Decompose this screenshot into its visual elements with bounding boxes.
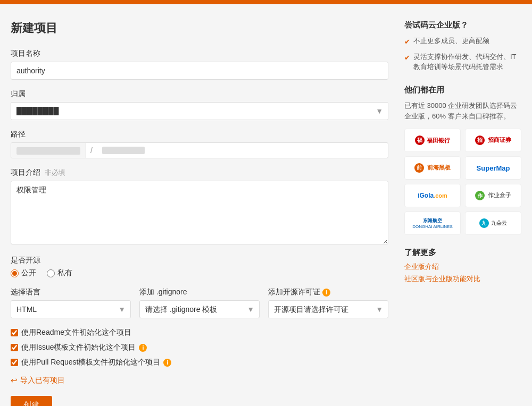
path-group: 路径 / <box>11 130 388 158</box>
affiliation-group: 归属 ████████ ▼ <box>11 89 388 120</box>
logo-zuoye-inner: 作 作业盒子 <box>475 191 511 200</box>
checkbox3-text: 使用Pull Request模板文件初始化这个项目 <box>21 358 160 367</box>
logo-donghai: 东海航空 DONGHAI AIRLINES <box>404 212 461 235</box>
logo-fudian-inner: 福 福田银行 <box>415 136 450 145</box>
logo-supermap-inner: SuperMap <box>477 164 510 172</box>
jiuyi-circle-icon: 九 <box>479 218 489 228</box>
main-content: 新建项目 项目名称 归属 ████████ ▼ 路径 / <box>11 20 388 406</box>
checkbox-group: 使用Readme文件初始化这个项目 使用Issue模板文件初始化这个项目 i 使… <box>11 328 388 367</box>
checkbox2-label[interactable]: 使用Issue模板文件初始化这个项目 i <box>11 343 388 352</box>
checkbox2-info-icon[interactable]: i <box>139 344 147 352</box>
project-name-label: 项目名称 <box>11 49 388 58</box>
license-label-row: 添加开源许可证 i <box>268 287 388 297</box>
language-label-row: 选择语言 <box>11 287 131 297</box>
radio-public-text: 公开 <box>21 268 36 278</box>
feature2-text: 灵活支撑协作研发、代码交付、IT 教育培训等场景代码托管需求 <box>413 52 521 72</box>
path-prefix-blur <box>16 147 80 155</box>
create-button[interactable]: 创建 <box>11 396 52 406</box>
logo-donghai-inner: 东海航空 DONGHAI AIRLINES <box>412 217 453 229</box>
fudian-circle-icon: 福 <box>415 136 425 145</box>
path-separator: / <box>86 143 97 158</box>
checkbox1-label[interactable]: 使用Readme文件初始化这个项目 <box>11 328 388 337</box>
logo-igola: iGola.com <box>404 184 461 207</box>
affiliation-select-wrapper: ████████ ▼ <box>11 102 388 120</box>
logo-igola-inner: iGola.com <box>418 192 447 199</box>
import-link[interactable]: ↩ 导入已有项目 <box>11 376 388 385</box>
description-textarea[interactable]: 权限管理 <box>11 181 388 244</box>
affiliation-select[interactable]: ████████ <box>11 102 388 120</box>
checkbox3-input[interactable] <box>11 359 18 366</box>
description-label: 项目介绍 非必填 <box>11 168 388 177</box>
language-select-wrapper: HTML ▼ <box>11 300 131 318</box>
language-select[interactable]: HTML <box>11 300 131 318</box>
top-bar <box>0 0 532 4</box>
path-prefix <box>11 143 86 158</box>
path-suffix-blur <box>102 147 145 154</box>
sidebar-learn-title: 了解更多 <box>404 248 521 258</box>
radio-group: 公开 私有 <box>11 268 388 278</box>
logo-qianhai-inner: 前 前海黑板 <box>414 163 450 173</box>
sidebar: 尝试码云企业版？ ✔ 不止更多成员、更高配额 ✔ 灵活支撑协作研发、代码交付、I… <box>404 20 521 406</box>
language-label: 选择语言 <box>11 287 40 297</box>
checkbox2-input[interactable] <box>11 344 18 351</box>
logo-fudian: 福 福田银行 <box>404 129 461 152</box>
logo-grid: 福 福田银行 招 招商证券 前 前海黑板 <box>404 129 521 235</box>
gitignore-col: 添加 .gitignore 请选择 .gitignore 模板 ▼ <box>139 287 260 318</box>
sidebar-they-use: 他们都在用 已有近 30000 企业研发团队选择码云企业版，60% 客户来自口碑… <box>404 85 521 235</box>
radio-private-label[interactable]: 私有 <box>47 268 72 278</box>
path-row: / <box>11 142 388 158</box>
logo-zhaoshang-inner: 招 招商证券 <box>475 136 511 145</box>
license-info-icon[interactable]: i <box>322 289 330 297</box>
project-name-input[interactable] <box>11 62 388 80</box>
sidebar-learn-more: 了解更多 企业版介绍 社区版与企业版功能对比 <box>404 248 521 284</box>
gitignore-label-row: 添加 .gitignore <box>139 287 260 297</box>
sidebar-try-enterprise: 尝试码云企业版？ ✔ 不止更多成员、更高配额 ✔ 灵活支撑协作研发、代码交付、I… <box>404 20 521 72</box>
path-label: 路径 <box>11 130 388 139</box>
logo-qianhai: 前 前海黑板 <box>404 156 461 180</box>
license-select[interactable]: 开源项目请选择许可证 <box>268 300 388 318</box>
import-link-text: 导入已有项目 <box>20 376 65 385</box>
radio-public-input[interactable] <box>11 269 19 277</box>
checkbox3-info-icon[interactable]: i <box>163 359 171 367</box>
gitignore-select[interactable]: 请选择 .gitignore 模板 <box>139 300 260 318</box>
sidebar-link-enterprise[interactable]: 企业版介绍 <box>404 262 521 272</box>
path-suffix-container <box>97 147 388 154</box>
checkbox3-label[interactable]: 使用Pull Request模板文件初始化这个项目 i <box>11 358 388 367</box>
language-col: 选择语言 HTML ▼ <box>11 287 131 318</box>
logo-jiuyi-inner: 九 九朵云 <box>479 218 508 228</box>
description-group: 项目介绍 非必填 权限管理 <box>11 168 388 246</box>
logo-zuoye: 作 作业盒子 <box>465 184 521 207</box>
checkbox1-text: 使用Readme文件初始化这个项目 <box>21 328 131 337</box>
zhaoshang-circle-icon: 招 <box>475 136 485 145</box>
sidebar-feature1: ✔ 不止更多成员、更高配额 <box>404 36 521 47</box>
gitignore-select-wrapper: 请选择 .gitignore 模板 ▼ <box>139 300 260 318</box>
check-icon-1: ✔ <box>404 37 410 47</box>
sidebar-link-compare[interactable]: 社区版与企业版功能对比 <box>404 274 521 284</box>
import-icon: ↩ <box>11 376 18 385</box>
page-title: 新建项目 <box>11 20 388 36</box>
checkbox2-text: 使用Issue模板文件初始化这个项目 <box>21 343 136 352</box>
sidebar-they-use-title: 他们都在用 <box>404 85 521 95</box>
logo-zhaoshang: 招 招商证券 <box>465 129 521 152</box>
feature1-text: 不止更多成员、更高配额 <box>413 36 489 46</box>
opensource-group: 是否开源 公开 私有 <box>11 256 388 278</box>
project-name-group: 项目名称 <box>11 49 388 80</box>
license-col: 添加开源许可证 i 开源项目请选择许可证 ▼ <box>268 287 388 318</box>
sidebar-feature2: ✔ 灵活支撑协作研发、代码交付、IT 教育培训等场景代码托管需求 <box>404 52 521 72</box>
radio-private-text: 私有 <box>57 268 72 278</box>
radio-private-input[interactable] <box>47 269 55 277</box>
zuoye-circle-icon: 作 <box>475 191 485 200</box>
description-optional: 非必填 <box>45 168 65 176</box>
affiliation-label: 归属 <box>11 89 388 99</box>
radio-public-label[interactable]: 公开 <box>11 268 36 278</box>
checkbox1-input[interactable] <box>11 329 18 336</box>
logo-jiuyi: 九 九朵云 <box>465 212 521 235</box>
three-col: 选择语言 HTML ▼ 添加 .gitignore 请选择 .gitignore… <box>11 287 388 318</box>
check-icon-2: ✔ <box>404 53 410 63</box>
sidebar-they-use-desc: 已有近 30000 企业研发团队选择码云企业版，60% 客户来自口碑推荐。 <box>404 100 521 123</box>
license-label: 添加开源许可证 <box>268 287 320 297</box>
gitignore-label: 添加 .gitignore <box>139 287 187 297</box>
logo-supermap: SuperMap <box>465 156 521 180</box>
sidebar-try-title: 尝试码云企业版？ <box>404 20 521 30</box>
opensource-label: 是否开源 <box>11 256 388 265</box>
